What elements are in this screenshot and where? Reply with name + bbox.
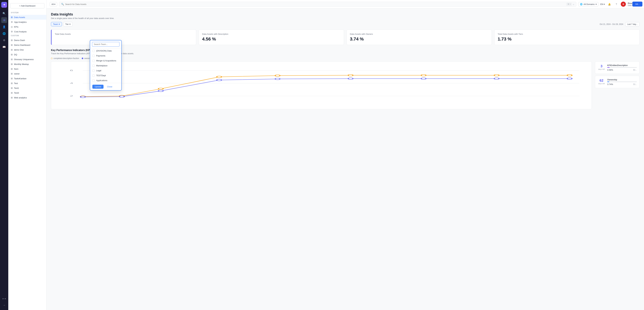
update-button[interactable]: Update — [92, 85, 104, 89]
team-item-label: Marketplace — [96, 64, 108, 67]
page-content: Data Insights Get a single pane view of … — [46, 9, 644, 310]
kpi-target-description: 60... — [633, 69, 637, 71]
svg-point-15 — [80, 96, 85, 98]
kpis-icon: ◎ — [11, 26, 13, 28]
sidebar-item-label: Monthly Meetup — [14, 63, 29, 65]
svg-point-14 — [567, 74, 572, 76]
sidebar-item-data-assets[interactable]: ⊞ Data Assets — [8, 15, 46, 20]
team-checkbox-payments[interactable] — [92, 55, 94, 57]
team-checkbox-testdept[interactable] — [92, 74, 94, 77]
team-item-merger[interactable]: Merger & Acquisitions — [90, 58, 121, 63]
sidebar-item-test3[interactable]: ⊞ Test3 — [8, 90, 46, 95]
team-filter-button[interactable]: Team ▾ — [51, 22, 62, 26]
nav-icon-logout[interactable]: → — [1, 302, 7, 308]
chart-container: 6 4 2 — [51, 61, 640, 109]
all-filter-button[interactable]: All ▾ — [50, 2, 57, 6]
team-checkbox-merger[interactable] — [92, 60, 94, 62]
tier-filter-button[interactable]: Tier ▾ — [63, 22, 72, 26]
svg-text:4: 4 — [70, 82, 73, 84]
nav-icon-globe[interactable]: 🌐 — [1, 31, 7, 36]
sidebar-item-monthly-meetup[interactable]: ⊞ Monthly Meetup — [8, 62, 46, 67]
kpi-days-badge-description: 3 days left — [598, 64, 605, 70]
add-dashboard-button[interactable]: + Add Dashboard — [10, 3, 44, 9]
nav-icon-search[interactable]: 🔍 — [1, 11, 7, 16]
team-item-testdept[interactable]: TESTDept — [90, 73, 121, 78]
sidebar-item-label: DQ — [14, 53, 17, 56]
notifications-button[interactable]: 🔔 — [607, 2, 612, 7]
last-days-button[interactable]: Last 7 day... — [625, 22, 640, 26]
stats-row: Total Data Assets Data Assets with Descr… — [51, 30, 640, 45]
kpi-days-label-ownership: days left — [598, 83, 605, 85]
sidebar-item-test[interactable]: ⊞ Test — [8, 81, 46, 86]
help-button[interactable]: ? — [614, 2, 619, 7]
custom-section-label: CUSTOM — [8, 34, 46, 38]
sidebar-item-nom[interactable]: ⊞ Nom — [8, 67, 46, 71]
team-item-label: TESTDept — [96, 74, 106, 77]
sidebar-item-web-analytics[interactable]: ⊞ Web analytics — [8, 95, 46, 100]
nav-icon-book[interactable]: 📖 — [1, 44, 7, 50]
sidebar-item-label-kpis: KPIs — [14, 26, 18, 28]
sidebar-item-tasks-kanban[interactable]: ⊞ TasksKanban — [8, 76, 46, 81]
sidebar-item-demo-dash[interactable]: ⊞ Demo Dash — [8, 38, 46, 43]
language-selector[interactable]: EN ▾ — [600, 3, 605, 6]
sidebar-item-cost-analysis[interactable]: ⚙ Cost Analysis — [8, 29, 46, 34]
globe-icon: 🌐 — [580, 3, 582, 6]
page-title: Data Insights — [51, 12, 640, 17]
sidebar-item-label: Demo Dash — [14, 39, 25, 42]
team-checkbox-marketplace[interactable] — [92, 65, 94, 67]
stat-value-description: 4.56 % — [202, 37, 341, 42]
stat-card-owners: Data Assets with Owners 3.74 % — [346, 30, 492, 45]
team-checkbox-legal[interactable] — [92, 70, 94, 72]
add-button[interactable]: Ad... — [632, 2, 642, 7]
sidebar-item-label: TasksKanban — [14, 77, 26, 80]
search-bar: 🔍 ⌘ K ⌕ — [59, 2, 576, 7]
sidebar-item-demo-one[interactable]: ⊞ demo One — [8, 47, 46, 52]
team-search-input[interactable] — [92, 42, 120, 47]
sidebar-item-dq[interactable]: ⊞ DQ — [8, 52, 46, 57]
tasks-icon: ⊞ — [11, 77, 13, 80]
kpi-bar-bg-description — [607, 67, 637, 68]
sidebar-item-glossary[interactable]: ⊞ Glossary Uniqueness — [8, 57, 46, 62]
nav-icon-settings[interactable]: ⚙ — [1, 37, 7, 43]
nav-icon-dashboard[interactable]: ⊞ — [1, 17, 7, 23]
domain-selector[interactable]: 🌐 All Domains ▾ — [578, 2, 598, 6]
sidebar-item-label: Test — [14, 82, 18, 85]
team-checkbox-applications[interactable] — [92, 79, 94, 82]
search-input[interactable] — [65, 3, 565, 6]
stat-card-tiers: Total Data Assets with Tiers 1.73 % — [494, 30, 640, 45]
sidebar-item-kpis[interactable]: ◎ KPIs — [8, 24, 46, 29]
glossary-icon: ⊞ — [11, 58, 13, 61]
team-item-legal[interactable]: Legal — [90, 68, 121, 73]
tier-filter-chevron: ▾ — [70, 23, 70, 25]
stat-label-description: Data Assets with Description — [202, 33, 341, 35]
sidebar-item-owner[interactable]: ⊞ owner — [8, 71, 46, 76]
svg-point-11 — [348, 74, 353, 76]
sidebar-item-label-app-analytics: App Analytics — [14, 21, 26, 23]
stat-value-owners: 3.74 % — [350, 37, 488, 42]
demo-dash-icon: ⊞ — [11, 39, 13, 42]
sidebar-item-app-analytics[interactable]: ⚙ App Analytics — [8, 20, 46, 24]
sidebar-item-label: Test3 — [14, 92, 19, 94]
dropdown-actions: Update Close — [90, 83, 121, 90]
team-item-payments[interactable]: Payments — [90, 53, 121, 58]
close-button[interactable]: Close — [105, 85, 114, 89]
kpi-days-number-ownership: 62 — [598, 78, 605, 83]
all-filter-chevron: ▾ — [54, 3, 56, 6]
nav-icon-user[interactable]: 👤 — [1, 24, 7, 30]
sidebar-item-label-data-assets: Data Assets — [14, 16, 25, 19]
team-item-marketplace[interactable]: Marketplace — [90, 63, 121, 68]
legend-item-description: completed-description-fraction — [51, 57, 79, 60]
nav-icon-connections[interactable]: ⟷ — [1, 296, 7, 301]
domain-label: All Domains — [584, 3, 594, 6]
team-checkbox-division-data[interactable] — [92, 50, 94, 52]
svg-point-9 — [217, 76, 222, 78]
svg-point-12 — [421, 74, 426, 76]
kpi-days-number-description: 3 — [598, 64, 605, 68]
demo-one-icon: ⊞ — [11, 49, 13, 51]
stat-label-owners: Data Assets with Owners — [350, 33, 488, 35]
page-header: Data Insights Get a single pane view of … — [51, 12, 640, 20]
team-item-division-data[interactable]: (DIVISION) Data — [90, 48, 121, 53]
sidebar-item-demo-dashboard[interactable]: ⊞ Demo Dashboard — [8, 43, 46, 47]
sidebar-item-test1[interactable]: ⊞ Test1 — [8, 86, 46, 90]
team-item-applications[interactable]: Applications — [90, 78, 121, 83]
